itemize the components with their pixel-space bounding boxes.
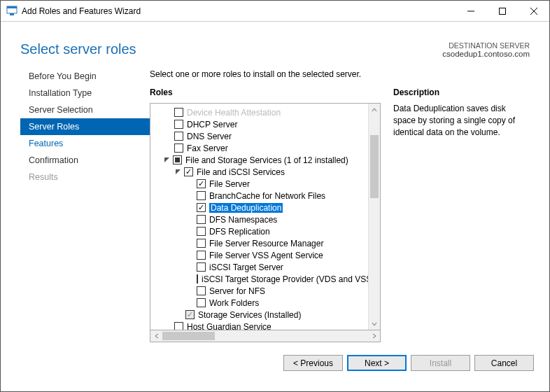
checkbox[interactable]	[174, 322, 183, 330]
collapse-icon[interactable]	[174, 168, 182, 176]
cancel-button[interactable]: Cancel	[474, 355, 534, 371]
role-label-selected[interactable]: Data Deduplication	[209, 203, 283, 213]
window-controls	[455, 1, 549, 21]
role-label: File Server	[209, 179, 250, 189]
nav-results: Results	[20, 169, 150, 186]
scroll-left-icon[interactable]	[150, 330, 162, 342]
role-label: BranchCache for Network Files	[209, 191, 325, 201]
footer: < Previous Next > Install Cancel	[1, 342, 549, 371]
destination-label: DESTINATION SERVER	[442, 41, 530, 50]
destination-server: csodedup1.contoso.com	[442, 50, 530, 58]
destination-block: DESTINATION SERVER csodedup1.contoso.com	[442, 41, 530, 58]
checkbox[interactable]	[174, 132, 183, 141]
role-label: File and iSCSI Services	[197, 167, 285, 177]
nav-server-selection[interactable]: Server Selection	[20, 102, 150, 118]
content: Select one or more roles to install on t…	[150, 65, 535, 342]
horizontal-scrollbar[interactable]	[150, 330, 381, 342]
checkbox[interactable]	[197, 215, 206, 224]
svg-rect-2	[10, 13, 14, 15]
role-label: File Server Resource Manager	[209, 239, 323, 248]
checkbox[interactable]	[184, 167, 193, 176]
role-label: Server for NFS	[209, 286, 265, 296]
maximize-button[interactable]	[486, 1, 518, 21]
app-icon	[6, 6, 17, 17]
scroll-thumb[interactable]	[162, 332, 215, 340]
checkbox[interactable]	[197, 298, 206, 307]
checkbox[interactable]	[174, 120, 183, 129]
nav-confirmation[interactable]: Confirmation	[20, 152, 150, 169]
role-label: DHCP Server	[187, 120, 237, 130]
checkbox[interactable]	[197, 203, 206, 212]
next-button[interactable]: Next >	[347, 355, 407, 371]
page-title: Select server roles	[20, 41, 136, 58]
previous-button[interactable]: < Previous	[283, 355, 343, 371]
header: Select server roles DESTINATION SERVER c…	[1, 22, 549, 65]
svg-rect-4	[499, 8, 505, 14]
checkbox[interactable]	[174, 144, 183, 153]
checkbox[interactable]	[197, 179, 206, 188]
role-label: iSCSI Target Storage Provider (VDS and V…	[202, 274, 368, 284]
role-label: DFS Namespaces	[209, 215, 277, 225]
vertical-scrollbar[interactable]	[368, 104, 380, 330]
wizard-nav: Before You Begin Installation Type Serve…	[20, 65, 150, 342]
scroll-thumb[interactable]	[370, 135, 379, 198]
checkbox[interactable]	[197, 274, 198, 284]
instruction-text: Select one or more roles to install on t…	[150, 65, 535, 88]
role-label: Storage Services (Installed)	[198, 310, 301, 320]
minimize-button[interactable]	[455, 1, 486, 21]
checkbox	[185, 310, 195, 319]
close-button[interactable]	[518, 1, 549, 21]
description-text: Data Deduplication saves disk space by s…	[393, 103, 526, 138]
scroll-right-icon[interactable]	[368, 330, 380, 342]
scroll-up-icon[interactable]	[369, 104, 380, 115]
scroll-down-icon[interactable]	[369, 318, 380, 330]
role-label: File Server VSS Agent Service	[209, 251, 323, 260]
checkbox[interactable]	[173, 155, 182, 164]
checkbox[interactable]	[197, 227, 206, 236]
titlebar: Add Roles and Features Wizard	[1, 1, 549, 22]
role-label: Work Folders	[209, 298, 259, 308]
checkbox[interactable]	[197, 251, 206, 260]
role-label: Device Health Attestation	[187, 108, 281, 118]
checkbox[interactable]	[197, 262, 206, 272]
role-label: Host Guardian Service	[187, 322, 272, 330]
main: Before You Begin Installation Type Serve…	[1, 65, 549, 342]
role-label: File and Storage Services (1 of 12 insta…	[185, 155, 348, 165]
checkbox[interactable]	[197, 286, 206, 295]
collapse-icon[interactable]	[163, 156, 171, 164]
role-label: Fax Server	[187, 144, 228, 153]
nav-before-you-begin[interactable]: Before You Begin	[20, 68, 150, 85]
nav-features[interactable]: Features	[20, 135, 150, 152]
role-label: iSCSI Target Server	[209, 262, 283, 272]
nav-installation-type[interactable]: Installation Type	[20, 85, 150, 102]
svg-rect-1	[7, 6, 17, 8]
role-label: DNS Server	[187, 132, 232, 141]
description-heading: Description	[393, 88, 526, 103]
nav-server-roles[interactable]: Server Roles	[20, 118, 150, 135]
checkbox[interactable]	[197, 239, 206, 248]
checkbox[interactable]	[197, 191, 206, 200]
checkbox[interactable]	[174, 108, 183, 117]
install-button: Install	[411, 355, 470, 371]
roles-heading: Roles	[150, 88, 381, 103]
window-title: Add Roles and Features Wizard	[22, 6, 455, 16]
role-label: DFS Replication	[209, 227, 270, 237]
roles-tree[interactable]: Device Health Attestation DHCP Server DN…	[150, 103, 381, 330]
